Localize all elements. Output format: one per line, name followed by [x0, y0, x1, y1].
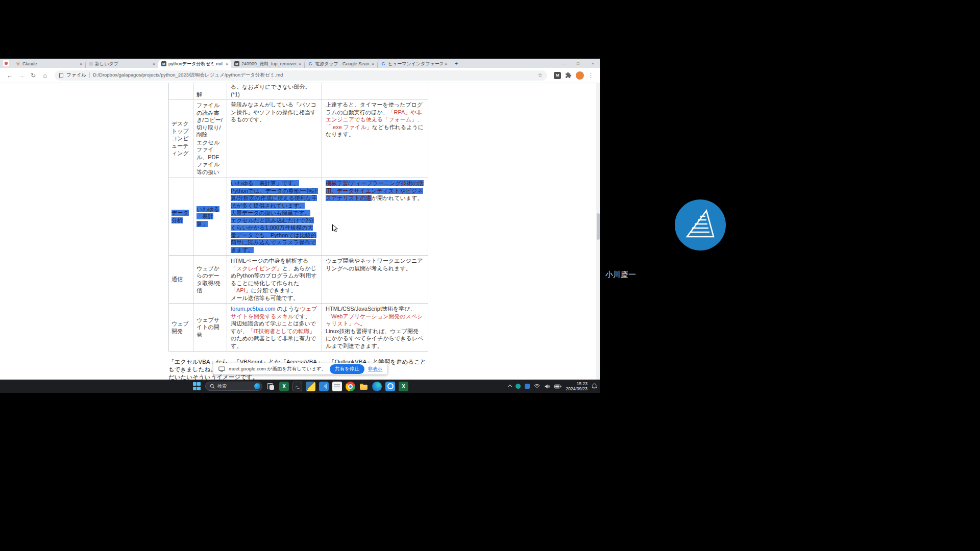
hide-share-bar-link[interactable]: 非表示 [368, 366, 383, 372]
taskbar-icon-vscode[interactable] [319, 382, 329, 391]
taskbar-center: 検索 [192, 380, 408, 393]
scrollbar[interactable] [596, 83, 600, 380]
table-cell: 解 [193, 83, 227, 99]
wifi-icon[interactable] [534, 383, 540, 389]
forward-icon[interactable]: → [16, 70, 27, 81]
text-segment: 解 [197, 91, 202, 97]
tab-close-icon[interactable]: × [299, 62, 301, 66]
window-app-icon [3, 60, 9, 66]
markdown-favicon: M [234, 61, 239, 66]
table-row-partial-row: 解る。なおざりにできない部分。(*1) [169, 83, 428, 99]
close-button[interactable]: × [585, 59, 600, 68]
text-segment: 「API」 [231, 287, 251, 293]
table-cell [322, 83, 428, 99]
tab-close-icon[interactable]: × [153, 62, 155, 66]
volume-icon[interactable] [544, 384, 550, 389]
tab-close-icon[interactable]: × [80, 62, 82, 66]
taskbar-clock[interactable]: 15:23 2024/09/23 [566, 381, 587, 391]
start-button[interactable] [192, 382, 202, 391]
maximize-button[interactable]: □ [571, 59, 585, 68]
tab-close-icon[interactable]: × [445, 62, 447, 66]
content-table: 解る。なおざりにできない部分。(*1)デスクトップコンピューティングファイルの読… [168, 83, 428, 352]
tab-title: 240909_資料_top_removed.md [241, 61, 297, 67]
tab-claude[interactable]: ✳ Claude × [12, 60, 85, 68]
text-segment: 「Webアプリケーション開発のスペシャリスト」へ [326, 313, 423, 327]
toolbar-right: M ⋮ [552, 71, 596, 80]
table-cell: HTML/CSS/JavaScript技術を学び、「Webアプリケーション開発の… [322, 304, 428, 352]
tab-google-search-2[interactable]: G ヒューマンインタフェース - Google Se × [377, 60, 450, 68]
table-row-communication: 通信ウェブからのデータ取得/発信HTMLページの中身を解析する「スクレイピング」… [169, 256, 428, 304]
home-icon[interactable]: ⌂ [40, 70, 50, 81]
tab-new-tab[interactable]: 新しいタブ × [85, 60, 158, 68]
search-highlights-icon[interactable] [254, 383, 260, 389]
tray-app-icon-1[interactable] [516, 384, 521, 389]
table-cell: ウェブサイトの開発 [193, 304, 227, 352]
notification-bell-icon[interactable] [592, 383, 597, 389]
tray-app-icon-2[interactable] [525, 384, 530, 389]
markdown-extension-icon[interactable]: M [554, 72, 561, 79]
blank-favicon [89, 62, 93, 66]
taskbar-icon-file-explorer[interactable] [359, 382, 369, 391]
tab-title: 新しいタブ [95, 61, 151, 67]
tab-material-md[interactable]: M 240909_資料_top_removed.md × [231, 60, 304, 68]
address-separator [89, 72, 90, 78]
window-controls: — □ × [556, 59, 600, 68]
table-cell: ウェブ開発やネットワークエンジニアリングへの展開が考えられます。 [322, 256, 428, 304]
extensions-puzzle-icon[interactable] [565, 72, 572, 79]
taskbar-icon-notepad[interactable] [332, 382, 342, 391]
tab-close-icon[interactable]: × [226, 62, 228, 66]
google-favicon: G [308, 61, 313, 66]
taskbar-icon-task-view[interactable] [266, 382, 276, 391]
table-cell: る。なおざりにできない部分。(*1) [227, 83, 322, 99]
text-segment: ウェブサイトの開発 [197, 317, 219, 338]
share-message: meet.google.com が画面を共有しています。 [229, 366, 326, 372]
table-cell: forum.pc5bai.com のようなウェブサイトを開発するスキルです。 周… [227, 304, 322, 352]
tab-title: pythonデータ分析ゼミ.md [168, 61, 224, 67]
hidden-icons-chevron[interactable] [508, 385, 512, 389]
taskbar-icon-terminal[interactable] [292, 382, 302, 391]
minimize-button[interactable]: — [556, 59, 571, 68]
taskbar-icon-excel[interactable] [279, 382, 289, 391]
meet-share-bar: meet.google.com が画面を共有しています。 共有を停止 非表示 [213, 363, 387, 374]
scrollbar-thumb[interactable] [597, 213, 600, 240]
text-segment: のような [275, 306, 300, 312]
page-content: 解る。なおざりにできない部分。(*1)デスクトップコンピューティングファイルの読… [0, 83, 600, 380]
reload-icon[interactable]: ↻ [28, 70, 38, 81]
text-segment: ファイルの読み書き/コピー/切り取り/削除 エクセルファイル、PDFファイル等の… [197, 102, 223, 175]
markdown-document: 解る。なおざりにできない部分。(*1)デスクトップコンピューティングファイルの読… [168, 83, 454, 380]
markdown-favicon: M [161, 61, 166, 66]
table-cell: 上達すると、タイマーを使ったプログラムの自動実行のほか、「RPA」や非エンジニア… [322, 99, 428, 178]
bookmark-star-icon[interactable]: ☆ [537, 72, 543, 79]
text-segment: だいたいそういうイメージです。 [168, 374, 258, 380]
tab-google-search-1[interactable]: G 電源タップ - Google Search × [304, 60, 377, 68]
battery-icon[interactable] [554, 384, 561, 389]
text-segment: ウェブからのデータ取得/発信 [197, 265, 220, 294]
search-icon [210, 384, 215, 389]
address-bar[interactable]: ファイル D:/Dropbox/galapagos/projects/pytho… [55, 70, 547, 81]
taskbar-icon-excel-2[interactable] [399, 382, 408, 391]
taskbar-icon-photos[interactable] [385, 382, 395, 391]
table-cell [169, 83, 193, 99]
tab-python-seminar-md[interactable]: M pythonデータ分析ゼミ.md × [158, 60, 231, 68]
new-tab-button[interactable]: + [452, 59, 460, 67]
back-icon[interactable]: ← [5, 70, 15, 81]
system-tray: 15:23 2024/09/23 [508, 380, 597, 393]
tab-close-icon[interactable]: × [372, 62, 374, 66]
meet-stage: ✳ Claude × 新しいタブ × M pythonデータ分析ゼミ.md × … [0, 0, 980, 551]
text-segment: 「スクレイピング」 [231, 265, 282, 271]
text-segment: いわゆる「表計算」 [197, 206, 219, 227]
text-segment: る。なおざりにできない部分。(*1) [231, 84, 311, 97]
stop-sharing-button[interactable]: 共有を停止 [330, 364, 364, 374]
participant-name: 小川慶一 [605, 270, 636, 280]
table-cell: データ分析 [169, 178, 193, 256]
doc-link[interactable]: forum.pc5bai.com [231, 306, 275, 312]
profile-avatar[interactable] [576, 71, 584, 80]
table-row-desktop-computing: デスクトップコンピューティングファイルの読み書き/コピー/切り取り/削除 エクセ… [169, 99, 428, 178]
taskbar-icon-chrome[interactable] [346, 382, 355, 391]
taskbar-search[interactable]: 検索 [205, 382, 262, 391]
text-segment: デスクトップコンピューティング [172, 120, 189, 156]
taskbar-icon-edge[interactable] [372, 382, 382, 391]
taskbar-icon-python[interactable] [306, 382, 315, 391]
text-segment: データ分析 [172, 210, 189, 223]
browser-menu-icon[interactable]: ⋮ [588, 72, 594, 79]
